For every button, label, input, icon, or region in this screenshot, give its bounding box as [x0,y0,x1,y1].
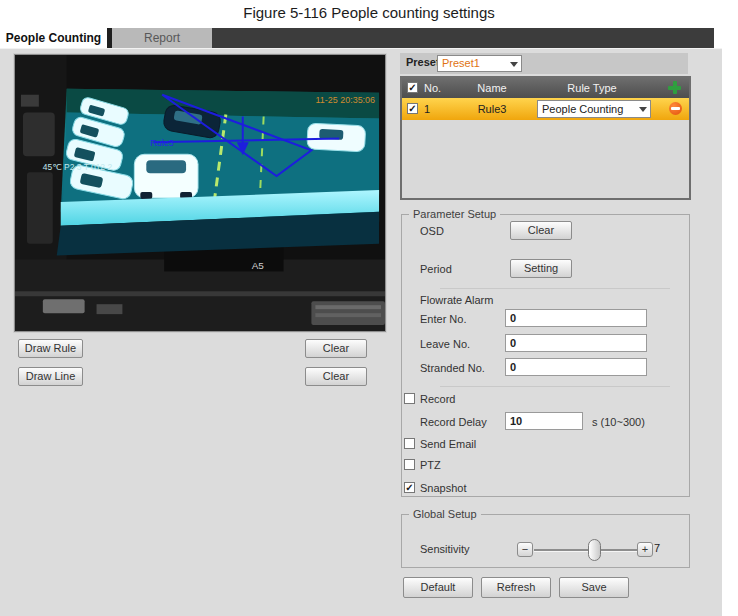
period-setting-button[interactable]: Setting [510,259,572,278]
record-label: Record [420,393,455,405]
record-delay-label: Record Delay [420,416,487,428]
live-video-preview[interactable]: Rule3 11-25 20:35:06 45℃ P2 3 T 012 2 A5 [14,54,386,332]
clear-line-button[interactable]: Clear [305,367,367,386]
video-marking: A5 [252,260,265,271]
rule-table: No. Name Rule Type 1 Rule3 People Counti… [400,76,691,200]
add-rule-icon[interactable] [668,81,681,94]
column-header-rule-type: Rule Type [532,78,652,98]
divider [440,288,670,289]
global-setup-group: Global Setup [401,514,690,568]
tab-report[interactable]: Report [112,28,212,48]
global-setup-legend: Global Setup [409,508,481,520]
select-all-checkbox[interactable] [407,82,418,93]
parameter-setup-group: Parameter Setup [401,214,690,497]
sensitivity-plus-button[interactable]: + [637,542,653,557]
snapshot-checkbox[interactable] [404,482,415,493]
record-delay-suffix: s (10~300) [592,416,645,428]
rule-type-selected-value: People Counting [542,103,623,115]
snapshot-label: Snapshot [420,482,466,494]
send-email-label: Send Email [420,438,476,450]
chevron-down-icon [639,107,647,112]
preset-selected-value: Preset1 [442,57,480,69]
osd-clear-button[interactable]: Clear [510,221,572,240]
period-label: Period [420,263,452,275]
traffic-scene-image: Rule3 11-25 20:35:06 45℃ P2 3 T 012 2 A5 [15,55,385,331]
divider [440,386,670,387]
preset-bar: Preset Preset1 [400,53,688,74]
parameter-setup-legend: Parameter Setup [409,208,500,220]
tab-people-counting[interactable]: People Counting [0,28,107,48]
leave-no-label: Leave No. [420,338,470,350]
preset-label: Preset [406,56,440,68]
rule-row-name: Rule3 [457,98,527,120]
rule-row-checkbox[interactable] [407,103,418,114]
stranded-no-label: Stranded No. [420,362,485,374]
record-checkbox[interactable] [404,393,415,404]
sensitivity-minus-button[interactable]: − [517,542,533,557]
refresh-button[interactable]: Refresh [481,577,551,598]
leave-no-input[interactable] [505,334,647,352]
ptz-checkbox[interactable] [404,459,415,470]
enter-no-input[interactable] [505,309,647,327]
video-timestamp: 11-25 20:35:06 [316,95,376,105]
clear-rule-button[interactable]: Clear [305,339,367,358]
tab-strip: People Counting Report [0,28,714,48]
ptz-label: PTZ [420,459,441,471]
figure-caption: Figure 5-116 People counting settings [0,4,738,21]
sensitivity-value: 7 [654,542,660,554]
stranded-no-input[interactable] [505,358,647,376]
chevron-down-icon [510,62,518,67]
sensitivity-slider-thumb[interactable] [588,539,601,561]
rule-row-no: 1 [424,98,454,120]
flowrate-alarm-label: Flowrate Alarm [420,294,493,306]
draw-line-button[interactable]: Draw Line [18,367,83,386]
save-button[interactable]: Save [559,577,629,598]
sensitivity-slider-track[interactable] [534,549,637,552]
rule-table-header: No. Name Rule Type [402,78,689,98]
rule-type-select[interactable]: People Counting [537,100,651,118]
record-delay-input[interactable] [505,412,583,430]
enter-no-label: Enter No. [420,313,466,325]
default-button[interactable]: Default [403,577,473,598]
video-rule-label: Rule3 [150,138,173,148]
preset-select[interactable]: Preset1 [437,55,522,72]
table-row[interactable]: 1 Rule3 People Counting [402,98,689,120]
people-counting-settings-page: Figure 5-116 People counting settings Pe… [0,0,738,616]
column-header-name: Name [457,78,527,98]
draw-rule-button[interactable]: Draw Rule [18,339,83,358]
sensitivity-label: Sensitivity [420,543,470,555]
osd-label: OSD [420,225,444,237]
video-osd-left: 45℃ P2 3 T 012 2 [43,162,113,172]
send-email-checkbox[interactable] [404,438,415,449]
column-header-no: No. [424,78,454,98]
delete-rule-icon[interactable] [669,102,682,115]
